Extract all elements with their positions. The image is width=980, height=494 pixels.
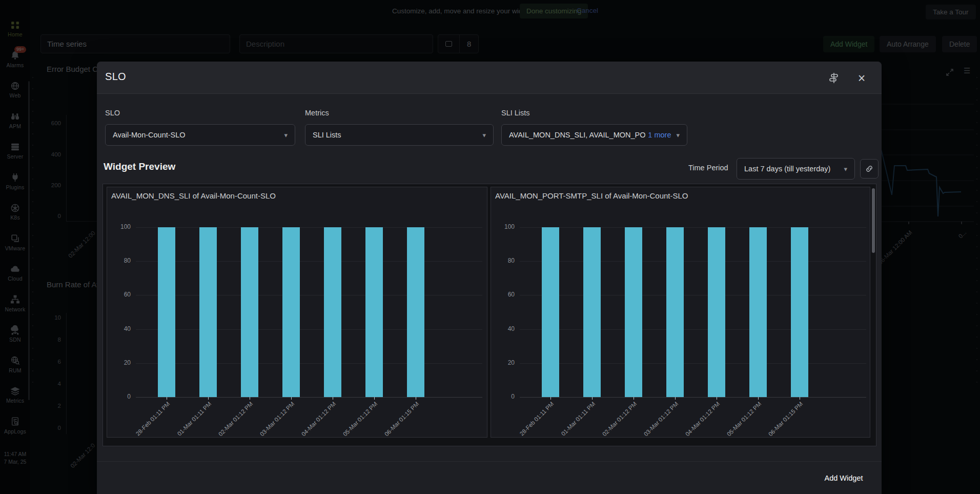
x-axis-label: 02-Mar 01:12 PM: [217, 401, 254, 437]
y-axis-tick: 20: [107, 359, 131, 366]
x-axis-tick: [634, 397, 634, 400]
gridline: [520, 329, 866, 330]
chevron-down-icon: ▾: [279, 131, 288, 139]
bar: [666, 227, 684, 397]
gridline: [136, 227, 482, 228]
link-icon[interactable]: [860, 159, 879, 179]
field-sli-lists: SLI Lists AVAIL_MON_DNS_SLI, AVAIL_MON_P…: [501, 109, 687, 146]
x-axis-label: 06-Mar 01:15 PM: [767, 401, 804, 437]
close-icon[interactable]: ×: [854, 71, 869, 85]
bar: [241, 227, 258, 397]
chart-title: AVAIL_MON_DNS_SLI of Avail-Mon-Count-SLO: [111, 191, 276, 200]
chevron-down-icon: ▾: [477, 131, 486, 139]
time-period-value: Last 7 days (till yesterday): [744, 165, 830, 173]
gridline: [520, 295, 866, 295]
bar: [199, 227, 217, 397]
x-axis-label: 05-Mar 01:12 PM: [726, 401, 762, 437]
x-axis-label: 03-Mar 01:12 PM: [643, 401, 679, 437]
y-axis-tick: 40: [491, 325, 515, 332]
x-axis-tick: [592, 397, 593, 400]
sli-lists-select[interactable]: AVAIL_MON_DNS_SLI, AVAIL_MON_PO... 1 mor…: [501, 124, 687, 146]
x-axis-label: 01-Mar 01:11 PM: [176, 401, 213, 437]
x-axis-tick: [250, 397, 250, 400]
chevron-down-icon: ▾: [839, 165, 847, 173]
x-axis-tick: [374, 397, 375, 400]
bar: [749, 227, 767, 397]
x-axis-label: 28-Feb 01:11 PM: [519, 401, 555, 437]
gridline: [136, 397, 482, 398]
slo-select-value: Avail-Mon-Count-SLO: [113, 131, 186, 139]
x-axis-tick: [167, 397, 167, 400]
y-axis-tick: 100: [107, 223, 131, 230]
y-axis-tick: 100: [491, 223, 515, 230]
slo-field-label: SLO: [105, 109, 295, 118]
bar: [625, 227, 642, 397]
add-widget-button[interactable]: Add Widget: [819, 470, 869, 486]
preview-scrollbar[interactable]: [872, 188, 875, 253]
widget-preview-area: AVAIL_MON_DNS_SLI of Avail-Mon-Count-SLO…: [103, 184, 876, 446]
x-axis-tick: [550, 397, 551, 400]
y-axis-tick: 40: [107, 325, 131, 332]
y-axis-tick: 0: [491, 393, 515, 400]
metrics-field-label: Metrics: [305, 109, 494, 118]
y-axis-tick: 0: [107, 393, 131, 400]
metrics-select-value: SLI Lists: [313, 131, 341, 139]
chart-panel-0: AVAIL_MON_DNS_SLI of Avail-Mon-Count-SLO…: [107, 187, 487, 438]
gridline: [136, 363, 482, 364]
x-axis-tick: [333, 397, 333, 400]
x-axis-tick: [416, 397, 416, 400]
x-axis-label: 04-Mar 01:12 PM: [684, 401, 721, 437]
sli-lists-select-value: AVAIL_MON_DNS_SLI, AVAIL_MON_PO...: [509, 131, 645, 139]
bar: [282, 227, 300, 397]
chart-panel-1: AVAIL_MON_PORT-SMTP_SLI of Avail-Mon-Cou…: [491, 187, 870, 438]
slo-select[interactable]: Avail-Mon-Count-SLO ▾: [105, 124, 295, 146]
sli-lists-field-label: SLI Lists: [501, 109, 687, 118]
y-axis-tick: 20: [491, 359, 515, 366]
y-axis-tick: 60: [491, 291, 515, 298]
time-period-label: Time Period: [688, 164, 728, 172]
x-axis-tick: [675, 397, 676, 400]
bar: [542, 227, 559, 397]
dashboard-root: Customize, add, move and resize your wid…: [0, 0, 980, 494]
slo-modal: SLO × SLO Avail-Mon-Count-SLO ▾ Metrics …: [97, 62, 882, 494]
bar: [708, 227, 725, 397]
bar: [407, 227, 424, 397]
gridline: [136, 261, 482, 262]
time-period-select[interactable]: Last 7 days (till yesterday) ▾: [737, 158, 855, 180]
x-axis-tick: [208, 397, 209, 400]
sli-more-link[interactable]: 1 more: [648, 131, 671, 139]
bar: [365, 227, 383, 397]
x-axis-label: 01-Mar 01:11 PM: [560, 401, 597, 437]
bar: [583, 227, 601, 397]
x-axis-label: 06-Mar 01:15 PM: [383, 401, 420, 437]
chart-title: AVAIL_MON_PORT-SMTP_SLI of Avail-Mon-Cou…: [495, 191, 688, 200]
x-axis-label: 02-Mar 01:12 PM: [601, 401, 638, 437]
x-axis-tick: [758, 397, 759, 400]
x-axis-tick: [800, 397, 800, 400]
x-axis-tick: [717, 397, 717, 400]
x-axis-label: 05-Mar 01:12 PM: [342, 401, 378, 437]
x-axis-label: 03-Mar 01:12 PM: [259, 401, 295, 437]
bar: [158, 227, 175, 397]
gridline: [520, 261, 866, 262]
metrics-select[interactable]: SLI Lists ▾: [305, 124, 494, 146]
x-axis-label: 28-Feb 01:11 PM: [135, 401, 171, 437]
modal-footer: Add Widget: [97, 461, 882, 494]
gridline: [520, 397, 866, 398]
gridline: [520, 227, 866, 228]
x-axis-labels: 28-Feb 01:11 PM01-Mar 01:11 PM02-Mar 01:…: [136, 401, 482, 437]
widget-options-icon[interactable]: [827, 71, 841, 85]
field-slo: SLO Avail-Mon-Count-SLO ▾: [105, 109, 295, 146]
bar: [791, 227, 808, 397]
x-axis-label: 04-Mar 01:12 PM: [300, 401, 337, 437]
x-axis-tick: [291, 397, 292, 400]
modal-header: SLO ×: [97, 62, 882, 94]
x-axis-labels: 28-Feb 01:11 PM01-Mar 01:11 PM02-Mar 01:…: [520, 401, 866, 437]
gridline: [136, 295, 482, 295]
gridline: [520, 363, 866, 364]
bar: [324, 227, 341, 397]
y-axis-tick: 60: [107, 291, 131, 298]
y-axis-tick: 80: [491, 257, 515, 264]
y-axis-tick: 80: [107, 257, 131, 264]
modal-title: SLO: [105, 71, 126, 83]
